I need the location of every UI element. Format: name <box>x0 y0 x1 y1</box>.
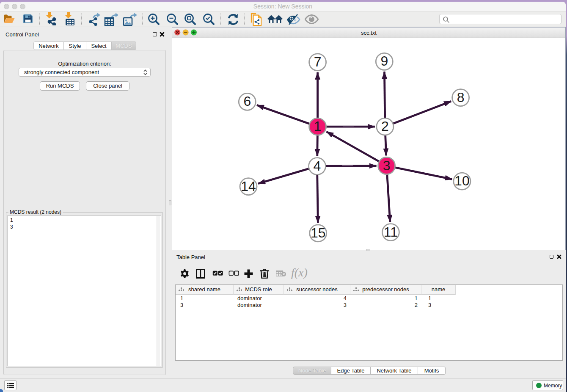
svg-text:15: 15 <box>311 225 326 240</box>
svg-text:7: 7 <box>314 54 322 69</box>
svg-text:4: 4 <box>314 158 321 174</box>
svg-text:11: 11 <box>384 224 398 240</box>
svg-text:8: 8 <box>457 90 465 105</box>
svg-text:6: 6 <box>243 94 251 109</box>
svg-text:2: 2 <box>381 119 389 134</box>
svg-text:3: 3 <box>383 158 391 173</box>
svg-text:9: 9 <box>380 53 388 69</box>
svg-text:14: 14 <box>241 179 256 194</box>
svg-text:10: 10 <box>454 173 470 188</box>
svg-text:1: 1 <box>314 119 322 134</box>
